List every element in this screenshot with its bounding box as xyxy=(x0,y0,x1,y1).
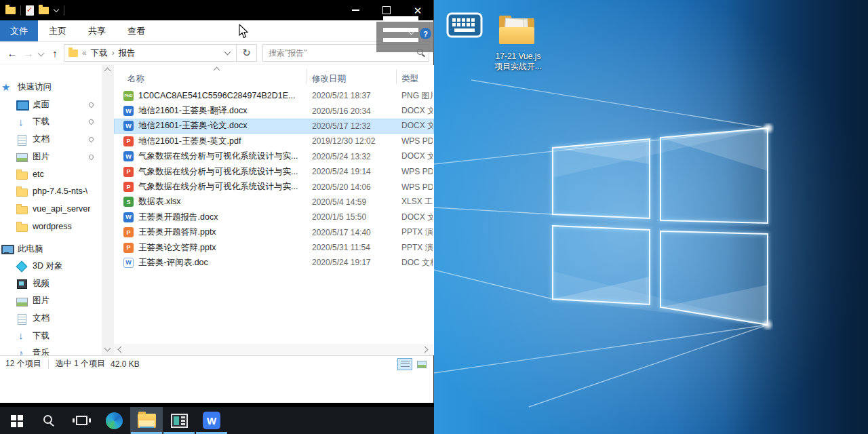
tab-home[interactable]: 主页 xyxy=(38,20,77,41)
sidebar-item-vue-api-server[interactable]: vue_api_server xyxy=(0,200,102,218)
column-header-type[interactable]: 类型 xyxy=(401,73,418,85)
desktop-folder-label[interactable]: 17-21 Vue.js 项目实战开... xyxy=(483,52,553,72)
file-name: 王荟奥开题报告.docx xyxy=(138,212,218,223)
recorder-overlay[interactable]: ? xyxy=(376,22,434,52)
file-type: PPTX 演示 xyxy=(401,225,433,240)
sidebar-item-quick-access[interactable]: 快速访问 xyxy=(0,79,102,96)
table-row[interactable]: W气象数据在线分析与可视化系统设计与实...2020/5/24 13:32DOC… xyxy=(114,149,434,164)
file-name: 地信21601-王荟奥-翻译.docx xyxy=(138,105,247,117)
file-list-pane: 名称 修改日期 类型 PNG1C0CAC8AE541C5596C284974B2… xyxy=(114,65,434,355)
breadcrumb-downloads[interactable]: 下载 xyxy=(91,47,108,59)
table-row[interactable]: P王荟奥论文答辩.pptx2020/5/31 11:54PPTX 演示 xyxy=(114,240,434,255)
desktop-icon xyxy=(16,99,27,110)
breadcrumb-report[interactable]: 报告 xyxy=(119,47,136,59)
sidebar-item-php-folder[interactable]: php-7.4.5-nts-\ xyxy=(0,183,102,201)
sidebar-item-documents-pc[interactable]: 文档 xyxy=(0,310,102,328)
file-type: XLSX 工作表 xyxy=(401,195,433,210)
table-row[interactable]: P气象数据在线分析与可视化系统设计与实...2020/5/20 14:06WPS… xyxy=(114,179,434,194)
sidebar-item-documents[interactable]: 文档 xyxy=(0,131,102,149)
start-button[interactable] xyxy=(0,407,33,434)
minimize-button[interactable] xyxy=(340,0,371,20)
file-explorer-window: ✕ 文件 主页 共享 查看 ← → ↑ « 下载 › 报告 ↻ 搜索"报告 xyxy=(0,0,434,403)
desktop-folder-icon[interactable] xyxy=(497,14,536,49)
overlay-chevron-down-icon[interactable] xyxy=(409,29,414,35)
pin-icon xyxy=(88,119,95,125)
column-header-date[interactable]: 修改日期 xyxy=(312,73,346,85)
tab-share[interactable]: 共享 xyxy=(77,20,117,41)
address-row: ← → ↑ « 下载 › 报告 ↻ 搜索"报告" xyxy=(0,42,433,64)
column-divider[interactable] xyxy=(307,69,307,84)
column-divider[interactable] xyxy=(396,69,397,84)
sidebar-item-pictures-pc[interactable]: 图片 xyxy=(0,292,102,310)
file-name: 王荟奥开题答辩.pptx xyxy=(138,226,216,238)
tab-view[interactable]: 查看 xyxy=(117,20,156,41)
sidebar-item-downloads[interactable]: 下载 xyxy=(0,113,102,131)
table-row[interactable]: W地信21601-王荟奥-翻译.docx2020/5/16 20:34DOCX … xyxy=(114,103,434,118)
folder-icon xyxy=(16,203,27,214)
sidebar-item-3d-objects[interactable]: 3D 对象 xyxy=(0,258,102,275)
mouse-cursor xyxy=(239,24,250,42)
selection-size: 42.0 KB xyxy=(111,359,140,369)
file-date: 2020/5/24 13:32 xyxy=(312,149,371,164)
address-dropdown-chevron-icon[interactable] xyxy=(224,49,232,57)
address-bar[interactable]: « 下载 › 报告 xyxy=(64,44,237,62)
sidebar-scrollbar[interactable] xyxy=(102,65,114,355)
edge-button[interactable] xyxy=(98,407,130,434)
sidebar-item-wordpress[interactable]: wordpress xyxy=(0,218,102,235)
large-icons-view-button[interactable] xyxy=(414,358,429,370)
items-count: 12 个项目 xyxy=(5,358,41,370)
sidebar-item-music[interactable]: 音乐 xyxy=(0,344,102,355)
sidebar-item-label: 3D 对象 xyxy=(33,260,62,272)
file-type: DOC 文档 xyxy=(401,255,433,270)
folder-icon xyxy=(16,169,27,180)
status-bar: 12 个项目 选中 1 个项目 42.0 KB xyxy=(0,355,433,372)
file-name: 气象数据在线分析与可视化系统设计与实... xyxy=(138,166,298,178)
table-row[interactable]: W王荟奥开题报告.docx2020/1/5 15:50DOCX 文档 xyxy=(114,210,434,224)
table-row[interactable]: PNG1C0CAC8AE541C5596C284974B2D1E...2020/… xyxy=(114,88,434,103)
scroll-right-icon[interactable] xyxy=(422,347,429,353)
help-icon[interactable]: ? xyxy=(420,28,431,39)
table-row[interactable]: P地信21601-王荟奥-英文.pdf2019/12/30 12:02WPS P… xyxy=(114,134,434,149)
breadcrumb-ellipsis[interactable]: « xyxy=(82,48,87,58)
file-name: 王荟奥-评阅表.doc xyxy=(138,257,208,269)
keyboard-icon[interactable] xyxy=(446,9,483,41)
back-button[interactable]: ← xyxy=(4,47,20,59)
new-folder-icon[interactable] xyxy=(39,7,49,14)
png-file-icon: PNG xyxy=(123,91,134,101)
sidebar-item-label: 图片 xyxy=(33,151,50,163)
table-row[interactable]: P气象数据在线分析与可视化系统设计与实...2020/5/24 19:14WPS… xyxy=(114,164,434,179)
properties-icon[interactable] xyxy=(26,5,34,16)
scroll-left-icon[interactable] xyxy=(118,347,125,353)
wps-office-button[interactable] xyxy=(195,407,228,434)
table-row[interactable]: W地信21601-王荟奥-论文.docx2020/5/17 12:32DOCX … xyxy=(114,119,434,134)
horizontal-scrollbar[interactable] xyxy=(114,344,433,355)
file-explorer-button[interactable] xyxy=(130,407,163,434)
task-view-button[interactable] xyxy=(65,407,98,434)
table-row[interactable]: P王荟奥开题答辩.pptx2020/5/17 14:40PPTX 演示 xyxy=(114,225,434,240)
scroll-up-icon[interactable] xyxy=(104,68,111,75)
refresh-button[interactable]: ↻ xyxy=(237,44,257,62)
table-row[interactable]: W王荟奥-评阅表.doc2020/5/24 19:17DOC 文档 xyxy=(114,255,434,270)
taskbar-search-button[interactable] xyxy=(33,407,65,434)
sidebar-item-videos[interactable]: 视频 xyxy=(0,275,102,293)
sidebar-item-label: 快速访问 xyxy=(18,81,52,93)
sidebar-item-this-pc[interactable]: 此电脑 xyxy=(0,240,102,258)
doc-file-icon: W xyxy=(123,258,134,268)
quick-access-toolbar-chevron-icon[interactable] xyxy=(54,7,59,13)
details-view-button[interactable] xyxy=(397,358,412,370)
sidebar-item-etc[interactable]: etc xyxy=(0,165,102,183)
scroll-down-icon[interactable] xyxy=(104,345,111,352)
file-type: PPTX 演示 xyxy=(401,240,433,255)
table-row[interactable]: S数据表.xlsx2020/5/4 14:59XLSX 工作表 xyxy=(114,195,434,210)
screen-recorder-button[interactable] xyxy=(163,407,195,434)
sidebar-item-pictures[interactable]: 图片 xyxy=(0,148,102,165)
tab-file[interactable]: 文件 xyxy=(0,20,38,41)
sidebar-item-label: 下载 xyxy=(33,330,50,342)
forward-button[interactable]: → xyxy=(20,47,37,59)
file-name: 气象数据在线分析与可视化系统设计与实... xyxy=(138,181,298,193)
sidebar-item-downloads-pc[interactable]: 下载 xyxy=(0,327,102,344)
up-button[interactable]: ↑ xyxy=(46,47,64,59)
doc-icon xyxy=(16,313,27,324)
sidebar-item-desktop[interactable]: 桌面 xyxy=(0,96,102,114)
column-header-name[interactable]: 名称 xyxy=(127,73,144,85)
